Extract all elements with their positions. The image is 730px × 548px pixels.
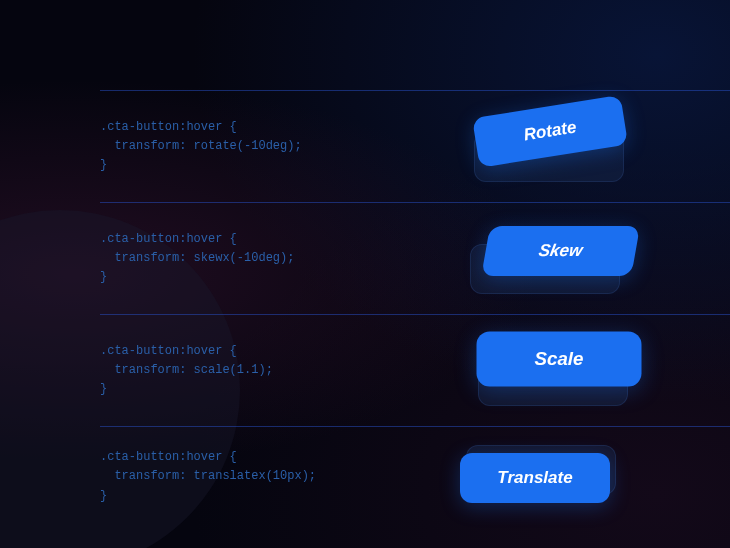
code-close: }: [100, 158, 107, 172]
button-preview-skew: Skew: [470, 224, 650, 294]
example-row-scale: .cta-button:hover { transform: scale(1.1…: [100, 314, 730, 426]
code-block-rotate: .cta-button:hover { transform: rotate(-1…: [100, 118, 302, 176]
button-preview-scale: Scale: [470, 336, 650, 406]
code-selector: .cta-button:hover {: [100, 120, 237, 134]
code-selector: .cta-button:hover {: [100, 344, 237, 358]
cta-button-scale[interactable]: Scale: [477, 331, 642, 386]
code-close: }: [100, 382, 107, 396]
code-block-translate: .cta-button:hover { transform: translate…: [100, 448, 316, 506]
code-selector: .cta-button:hover {: [100, 232, 237, 246]
code-declaration: transform: skewx(-10deg);: [100, 251, 294, 265]
button-label: Scale: [535, 348, 584, 370]
button-label: Translate: [497, 468, 572, 488]
code-selector: .cta-button:hover {: [100, 450, 237, 464]
code-declaration: transform: scale(1.1);: [100, 363, 273, 377]
button-label: Rotate: [522, 117, 577, 145]
cta-button-translate[interactable]: Translate: [460, 453, 610, 503]
code-close: }: [100, 489, 107, 503]
button-label: Skew: [537, 241, 584, 261]
transform-examples-list: .cta-button:hover { transform: rotate(-1…: [0, 0, 730, 507]
code-block-scale: .cta-button:hover { transform: scale(1.1…: [100, 342, 273, 400]
code-close: }: [100, 270, 107, 284]
example-row-skew: .cta-button:hover { transform: skewx(-10…: [100, 202, 730, 314]
code-block-skew: .cta-button:hover { transform: skewx(-10…: [100, 230, 294, 288]
example-row-translate: .cta-button:hover { transform: translate…: [100, 426, 730, 507]
button-preview-translate: Translate: [470, 447, 650, 507]
button-preview-rotate: Rotate: [470, 112, 650, 182]
code-declaration: transform: rotate(-10deg);: [100, 139, 302, 153]
code-declaration: transform: translatex(10px);: [100, 469, 316, 483]
example-row-rotate: .cta-button:hover { transform: rotate(-1…: [100, 90, 730, 202]
cta-button-skew[interactable]: Skew: [481, 226, 640, 276]
